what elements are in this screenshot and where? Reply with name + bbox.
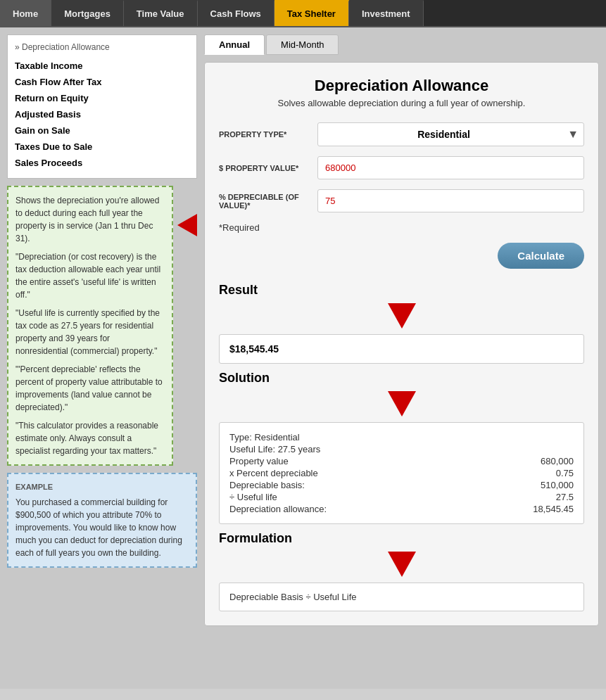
info-para-5: "This calculator provides a reasonable e…	[15, 419, 165, 457]
result-section-title: Result	[219, 283, 584, 298]
svg-marker-2	[388, 552, 416, 577]
calculate-button[interactable]: Calculate	[498, 243, 584, 269]
sidebar-item-taxable-income[interactable]: Taxable Income	[15, 58, 189, 74]
solution-value-6: 18,545.45	[533, 504, 574, 514]
info-para-4: "'Percent depreciable' reflects the perc…	[15, 363, 165, 414]
sidebar-item-cash-flow[interactable]: Cash Flow After Tax	[15, 74, 189, 90]
property-value-label: $ PROPERTY VALUE*	[219, 164, 310, 172]
card-title: Depreciation Allowance	[219, 77, 584, 95]
info-para-3: "Useful life is currently specified by t…	[15, 307, 165, 357]
property-type-select[interactable]: Residential Commercial	[317, 122, 584, 146]
nav-tab-home[interactable]: Home	[0, 0, 51, 26]
svg-marker-1	[388, 391, 416, 416]
nav-tab-investment[interactable]: Investment	[349, 0, 424, 26]
solution-label-5: ÷ Useful life	[229, 492, 277, 502]
solution-value-2: 680,000	[541, 456, 574, 466]
sidebar-item-adjusted-basis[interactable]: Adjusted Basis	[15, 106, 189, 122]
solution-row-2: Property value 680,000	[229, 455, 574, 467]
solution-row-3: x Percent depreciable 0.75	[229, 467, 574, 479]
solution-row-6: Depreciation allowance: 18,545.45	[229, 503, 574, 515]
info-para-1: Shows the depreciation you're allowed to…	[15, 194, 165, 245]
nav-bar: Home Mortgages Time Value Cash Flows Tax…	[0, 0, 606, 27]
required-note: *Required	[219, 222, 584, 233]
nav-tab-mortgages[interactable]: Mortgages	[51, 0, 124, 26]
solution-row-0: Type: Residential	[229, 431, 574, 443]
example-label: EXAMPLE	[15, 481, 189, 493]
formulation-section-title: Formulation	[219, 531, 584, 546]
sidebar-item-gain-sale[interactable]: Gain on Sale	[15, 122, 189, 139]
property-value-row: $ PROPERTY VALUE*	[219, 156, 584, 179]
info-box: Shows the depreciation you're allowed to…	[7, 186, 173, 466]
tab-annual[interactable]: Annual	[204, 34, 265, 55]
property-type-label: PROPERTY TYPE*	[219, 130, 310, 139]
formulation-box: Depreciable Basis ÷ Useful Life	[219, 583, 584, 611]
sidebar-item-sales-proceeds[interactable]: Sales Proceeds	[15, 155, 189, 171]
tab-bar: Annual Mid-Month	[204, 34, 599, 55]
example-box: EXAMPLE You purchased a commercial build…	[7, 473, 197, 568]
solution-row-5: ÷ Useful life 27.5	[229, 491, 574, 503]
solution-label-2: Property value	[229, 456, 289, 466]
solution-label-4: Depreciable basis:	[229, 480, 305, 490]
property-value-input[interactable]	[317, 156, 584, 179]
solution-arrow	[219, 391, 584, 416]
info-arrow-left	[177, 214, 197, 236]
nav-tab-cash-flows[interactable]: Cash Flows	[198, 0, 274, 26]
info-para-2: "Depreciation (or cost recovery) is the …	[15, 250, 165, 301]
solution-box: Type: Residential Useful Life: 27.5 year…	[219, 422, 584, 524]
solution-value-4: 510,000	[541, 480, 574, 490]
solution-label-1: Useful Life: 27.5 years	[229, 444, 320, 454]
solution-row-1: Useful Life: 27.5 years	[229, 443, 574, 455]
formulation-arrow	[219, 552, 584, 577]
main-layout: » Depreciation Allowance Taxable Income …	[0, 27, 606, 689]
tab-mid-month[interactable]: Mid-Month	[266, 34, 339, 55]
solution-value-5: 27.5	[556, 492, 574, 502]
result-box: $18,545.45	[219, 334, 584, 364]
solution-label-6: Depreciation allowance:	[229, 504, 327, 514]
solution-label-0: Type: Residential	[229, 432, 300, 443]
sidebar-item-taxes-sale[interactable]: Taxes Due to Sale	[15, 139, 189, 155]
solution-section-title: Solution	[219, 371, 584, 386]
sidebar-menu: » Depreciation Allowance Taxable Income …	[7, 34, 197, 179]
right-panel: Annual Mid-Month Depreciation Allowance …	[204, 34, 599, 682]
nav-tab-tax-shelter[interactable]: Tax Shelter	[274, 0, 349, 26]
solution-row-4: Depreciable basis: 510,000	[229, 479, 574, 491]
svg-marker-0	[388, 303, 416, 329]
sidebar-item-return-equity[interactable]: Return on Equity	[15, 90, 189, 106]
content-card: Depreciation Allowance Solves allowable …	[204, 62, 599, 626]
property-type-select-wrapper[interactable]: Residential Commercial ▼	[317, 122, 584, 146]
depreciable-label: % DEPRECIABLE (OF VALUE)*	[219, 193, 310, 210]
property-type-row: PROPERTY TYPE* Residential Commercial ▼	[219, 122, 584, 146]
sidebar-menu-header: » Depreciation Allowance	[15, 42, 189, 52]
solution-value-3: 0.75	[556, 468, 574, 478]
depreciable-input[interactable]	[317, 189, 584, 212]
nav-tab-time-value[interactable]: Time Value	[124, 0, 198, 26]
depreciable-row: % DEPRECIABLE (OF VALUE)*	[219, 189, 584, 212]
example-text: You purchased a commercial building for …	[15, 496, 189, 559]
card-subtitle: Solves allowable depreciation during a f…	[219, 98, 584, 108]
sidebar: » Depreciation Allowance Taxable Income …	[7, 34, 197, 682]
solution-label-3: x Percent depreciable	[229, 468, 318, 478]
result-arrow	[219, 303, 584, 329]
